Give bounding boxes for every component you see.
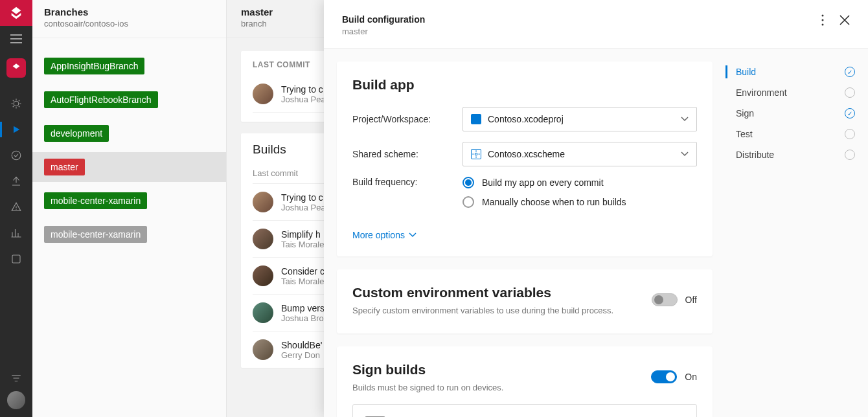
status-circle-icon <box>845 150 855 160</box>
env-title: Custom environment variables <box>352 285 551 300</box>
more-options-link[interactable]: More options <box>352 230 417 240</box>
branch-tag: master <box>44 159 85 175</box>
svg-point-0 <box>14 101 19 106</box>
freq-option-manual[interactable]: Manually choose when to run builds <box>463 196 697 208</box>
nav-build-icon[interactable] <box>0 117 32 142</box>
branch-list: AppInsightBugBranch AutoFlightRebookBran… <box>32 38 226 271</box>
panel-header: Build configuration master <box>324 0 868 49</box>
side-nav-label: Sign <box>736 108 754 118</box>
svg-point-6 <box>475 153 477 155</box>
nav-test-icon[interactable] <box>0 142 32 168</box>
side-nav-label: Build <box>736 67 756 77</box>
scheme-select[interactable]: Contoso.xcscheme <box>463 142 697 166</box>
nav-settings-icon[interactable] <box>0 246 32 272</box>
commit-avatar <box>253 339 273 360</box>
user-avatar[interactable] <box>7 391 25 409</box>
project-select[interactable]: Contoso.xcodeproj <box>463 107 697 131</box>
build-app-title: Build app <box>352 77 697 93</box>
branches-column: Branches contosoair/contoso-ios AppInsig… <box>32 0 227 417</box>
env-toggle[interactable] <box>652 293 678 306</box>
build-app-card: Build app Project/Workspace: Contoso.xco… <box>337 62 713 256</box>
env-vars-card: Custom environment variables Off Specify… <box>337 269 713 333</box>
nav-analytics-icon[interactable] <box>0 220 32 246</box>
more-menu-icon[interactable] <box>821 14 824 26</box>
repo-path: contosoair/contoso-ios <box>44 19 214 28</box>
svg-point-1 <box>12 151 21 160</box>
env-desc: Specify custom environment variables to … <box>352 306 697 315</box>
branch-item[interactable]: AutoFlightRebookBranch <box>44 91 158 108</box>
freq-option-every-commit[interactable]: Build my app on every commit <box>463 177 697 188</box>
sign-toggle[interactable] <box>651 370 677 383</box>
commit-avatar <box>253 302 273 323</box>
status-done-icon <box>845 67 855 77</box>
side-nav-distribute[interactable]: Distribute <box>725 144 855 165</box>
commit-avatar <box>253 192 273 212</box>
status-circle-icon <box>845 129 855 139</box>
commit-avatar <box>253 229 273 249</box>
svg-point-4 <box>822 19 824 21</box>
chevron-down-icon <box>681 117 689 122</box>
branch-item-selected[interactable]: master <box>32 152 226 182</box>
status-done-icon <box>845 108 855 118</box>
side-nav-label: Environment <box>736 87 787 98</box>
build-config-panel: Build configuration master Build app Pro… <box>324 0 868 417</box>
commit-avatar <box>253 265 273 286</box>
svg-point-3 <box>822 15 824 17</box>
hamburger-menu[interactable] <box>0 26 32 52</box>
panel-subtitle: master <box>342 27 425 36</box>
side-nav-test[interactable]: Test <box>725 124 855 144</box>
main-column: master branch LAST COMMIT Trying to c Jo… <box>227 0 868 417</box>
nav-overview-icon[interactable] <box>0 91 32 117</box>
side-nav-sign[interactable]: Sign <box>725 103 855 124</box>
radio-label: Build my app on every commit <box>482 177 604 188</box>
scheme-value: Contoso.xcscheme <box>488 149 674 159</box>
side-nav-environment[interactable]: Environment <box>725 82 855 103</box>
branches-title: Branches <box>44 6 214 17</box>
side-nav-build[interactable]: Build <box>725 62 855 82</box>
frequency-label: Build frequency: <box>352 177 463 187</box>
nav-diagnostics-icon[interactable] <box>0 194 32 220</box>
nav-filters-icon[interactable] <box>0 365 32 391</box>
branch-item[interactable]: mobile-center-xamarin <box>44 226 147 243</box>
more-options-text: More options <box>352 230 405 240</box>
left-nav-bar <box>0 0 32 417</box>
app-logo[interactable] <box>0 0 32 26</box>
sign-title: Sign builds <box>352 362 426 378</box>
panel-title: Build configuration <box>342 14 425 25</box>
svg-rect-2 <box>12 255 20 263</box>
xcode-project-icon <box>471 114 481 124</box>
radio-label: Manually choose when to run builds <box>482 197 626 207</box>
radio-icon <box>463 177 474 188</box>
current-app-icon[interactable] <box>6 58 26 78</box>
branch-item[interactable]: development <box>44 125 109 142</box>
chevron-down-icon <box>409 232 417 238</box>
scheme-icon <box>471 149 481 159</box>
provisioning-box[interactable]: Provisioning profile: <box>352 404 697 417</box>
radio-icon <box>463 196 474 208</box>
project-label: Project/Workspace: <box>352 114 463 124</box>
sign-builds-card: Sign builds On Builds must be signed to … <box>337 346 713 417</box>
chevron-down-icon <box>681 152 689 157</box>
branches-header: Branches contosoair/contoso-ios <box>32 0 226 38</box>
branch-item[interactable]: AppInsightBugBranch <box>44 58 144 74</box>
side-nav-label: Distribute <box>736 150 774 160</box>
nav-distribute-icon[interactable] <box>0 168 32 194</box>
side-nav-label: Test <box>736 129 753 139</box>
sign-desc: Builds must be signed to run on devices. <box>352 383 697 392</box>
branch-item[interactable]: mobile-center-xamarin <box>44 192 147 209</box>
sign-toggle-state: On <box>685 372 697 382</box>
scheme-label: Shared scheme: <box>352 149 463 159</box>
panel-side-nav: Build Environment Sign Test Distribute <box>725 62 855 404</box>
project-value: Contoso.xcodeproj <box>488 114 674 124</box>
close-icon[interactable] <box>839 15 850 25</box>
status-circle-icon <box>845 87 855 98</box>
svg-point-5 <box>822 24 824 26</box>
commit-avatar <box>253 84 273 104</box>
env-toggle-state: Off <box>685 295 697 305</box>
